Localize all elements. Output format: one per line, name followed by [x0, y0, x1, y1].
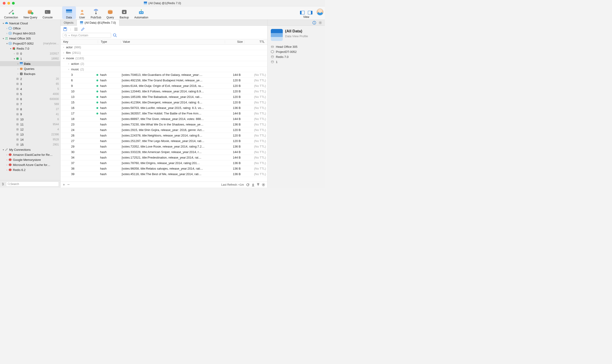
save-icon[interactable] — [63, 27, 67, 31]
grid-row[interactable]: 29 hash [votes:72052, title:Love Rosie, … — [60, 144, 267, 149]
grid-group-music[interactable]: › music(2) — [60, 67, 267, 72]
download-icon[interactable] — [252, 183, 254, 186]
sidebar-my-connections[interactable]: ▾ My Connections — [0, 147, 60, 152]
col-ttl[interactable]: TTL — [244, 40, 267, 43]
grid-row[interactable]: 37 hash [votes:78760, title:Origins, rel… — [60, 160, 267, 166]
zoom-window-button[interactable] — [12, 2, 15, 5]
add-row-icon[interactable]: + — [63, 183, 65, 187]
sidebar-queries-node[interactable]: › Queries — [0, 66, 60, 71]
grid-row[interactable]: 18 hash [votes:88897, title:The Giver, r… — [60, 116, 267, 122]
sidebar-db-6[interactable]: 6 600000 — [0, 96, 60, 102]
grid-row[interactable]: 10 hash [votes:120440, title:It Follows,… — [60, 89, 267, 94]
sidebar-db-9[interactable]: 9 41 — [0, 112, 60, 117]
col-key[interactable]: Key — [60, 40, 98, 43]
grid-row[interactable]: 23 hash [votes:73230, title:What We Do i… — [60, 122, 267, 127]
sidebar-db-1[interactable]: ▾ 1 18992 — [0, 56, 60, 61]
sidebar-conn-2[interactable]: › Microsoft Azure Cache for… — [0, 162, 60, 167]
info-panel: (All Data) Data View Profile Head Office… — [267, 20, 325, 187]
toggle-left-panel-icon[interactable] — [300, 11, 305, 14]
search-icon — [8, 183, 10, 185]
info-icon[interactable] — [312, 21, 316, 25]
sidebar-db-0[interactable]: › 0 102817 — [0, 51, 60, 56]
sidebar-db-11[interactable]: 11 9544 — [0, 122, 60, 127]
grid-row[interactable]: 26 hash [votes:224378, title:Neighbors, … — [60, 133, 267, 138]
tab-alldata[interactable]: (All Data) @1(Redis 7.0) — [77, 20, 119, 26]
svg-line-148 — [321, 24, 321, 24]
grid-header: Key Type Value Size TTL — [60, 39, 267, 45]
toggle-right-panel-icon[interactable] — [308, 11, 312, 14]
grid-row[interactable]: 9 hash [votes:6144, title:Ouija: Origin … — [60, 83, 267, 89]
grid-group-actor[interactable]: › actor(986) — [60, 45, 267, 50]
sidebar-conn-0[interactable]: › Amazon ElastiCache for Re… — [0, 152, 60, 157]
sidebar-conn-1[interactable]: › Google Memorystore — [0, 157, 60, 162]
close-window-button[interactable] — [3, 2, 5, 5]
sidebar-head-office[interactable]: ▾ Head Office 305 — [0, 36, 60, 41]
toolbar-new-query[interactable]: + New Query — [21, 6, 40, 19]
grid-row[interactable]: 30 hash [votes:333228, title:American Sn… — [60, 149, 267, 155]
sidebar-options-icon[interactable] — [1, 182, 5, 186]
toolbar-connection[interactable]: + Connection — [1, 6, 21, 19]
svg-point-154 — [271, 56, 274, 56]
upload-icon[interactable] — [257, 183, 260, 186]
tab-objects[interactable]: Objects — [60, 20, 77, 26]
sidebar-db-10[interactable]: 10 6 — [0, 117, 60, 122]
grid-row[interactable]: 16 hash [votes:58703, title:Lucifer, rel… — [60, 105, 267, 111]
sidebar-db-2[interactable]: 2 20 — [0, 76, 60, 81]
keys-filter-input[interactable]: ▾ Keys Contain — [63, 33, 111, 38]
sidebar-office[interactable]: › Office — [0, 26, 60, 31]
sidebar-db-7[interactable]: 7 569 — [0, 102, 60, 107]
execute-search-icon[interactable] — [113, 33, 117, 38]
grid-row[interactable]: 13 hash [votes:185189, title:The Babadoo… — [60, 94, 267, 100]
grid-row[interactable]: 24 hash [votes:2915, title:Shin Gojira, … — [60, 127, 267, 133]
sidebar-db-15[interactable]: 15 2901 — [0, 142, 60, 147]
grid-group-action[interactable]: › action(2) — [60, 61, 267, 67]
remove-row-icon[interactable]: − — [67, 182, 70, 187]
sidebar-db-5[interactable]: 5 4000 — [0, 91, 60, 96]
grid-row[interactable]: 3 hash [votes:704613, title:Guardians of… — [60, 72, 267, 78]
col-type[interactable]: Type — [98, 40, 121, 43]
sidebar-search-input[interactable]: Search — [6, 182, 59, 187]
grid-row[interactable]: 38 hash [votes:96058, title:Relatos salv… — [60, 166, 267, 171]
grid-body[interactable]: › actor(986) › film(2911) ▾ movie(1183) … — [60, 45, 267, 182]
toolbar-backup[interactable]: Backup — [117, 6, 132, 19]
col-size[interactable]: Size — [225, 40, 244, 43]
toolbar-console[interactable]: >_ Console — [40, 6, 55, 19]
grid-row[interactable]: 15 hash [votes:412364, title:Divergent, … — [60, 100, 267, 105]
sidebar-redis70[interactable]: ▾ Redis 7.0 — [0, 46, 60, 51]
sidebar-db-12[interactable]: 12 4 — [0, 127, 60, 132]
sidebar-db-3[interactable]: 3 65 — [0, 81, 60, 86]
toolbar-pubsub[interactable]: Pub/Sub — [88, 6, 104, 19]
refresh-icon[interactable] — [246, 183, 250, 186]
toolbar-automation[interactable]: Automation — [132, 6, 151, 19]
grid-row[interactable]: 17 hash [votes:363557, title:The Hobbit:… — [60, 111, 267, 116]
edit-icon[interactable] — [81, 27, 85, 31]
sidebar-project-mh[interactable]: › Project MH-0015 — [0, 31, 60, 36]
sidebar-backups-node[interactable]: › Backups — [0, 71, 60, 76]
grid-group-film[interactable]: › film(2911) — [60, 50, 267, 56]
list-view-icon[interactable] — [74, 27, 78, 31]
grid-row[interactable]: 6 hash [votes:492158, title:The Grand Bu… — [60, 78, 267, 83]
minimize-window-button[interactable] — [7, 2, 10, 5]
sidebar-navicat-cloud[interactable]: ▾ Navicat Cloud — [0, 21, 60, 26]
toolbar-query[interactable]: Query — [104, 6, 117, 19]
user-avatar[interactable] — [317, 9, 323, 15]
toolbar-user[interactable]: User — [76, 6, 88, 19]
profile-path-item: ProjectDT-0052 — [271, 49, 322, 54]
grid-row[interactable]: 39 hash [votes:45116, title:The Best of … — [60, 171, 267, 177]
sidebar-db-14[interactable]: 14 9528 — [0, 137, 60, 142]
sidebar-db-8[interactable]: 8 27 — [0, 107, 60, 112]
sidebar-db-13[interactable]: 13 22396 — [0, 132, 60, 137]
sidebar-project-dt[interactable]: ▾ ProjectDT-0052 (marybrow… — [0, 41, 60, 46]
col-value[interactable]: Value — [121, 40, 225, 43]
sidebar-conn-3[interactable]: › Redis 6.2 — [0, 167, 60, 172]
grid-row[interactable]: 27 hash [votes:251297, title:The Lego Mo… — [60, 138, 267, 144]
grid-row[interactable]: 34 hash [votes:172521, title:Predestinat… — [60, 155, 267, 160]
svg-rect-32 — [300, 11, 302, 14]
settings-icon[interactable] — [262, 183, 265, 186]
sidebar-data-node[interactable]: › Data — [0, 61, 60, 66]
toolbar-data[interactable]: Data — [62, 6, 76, 19]
gear-icon[interactable] — [319, 21, 322, 25]
sidebar-db-4[interactable]: 4 5 — [0, 86, 60, 91]
grid-group-movie[interactable]: ▾ movie(1183) — [60, 56, 267, 61]
svg-point-11 — [28, 10, 32, 12]
